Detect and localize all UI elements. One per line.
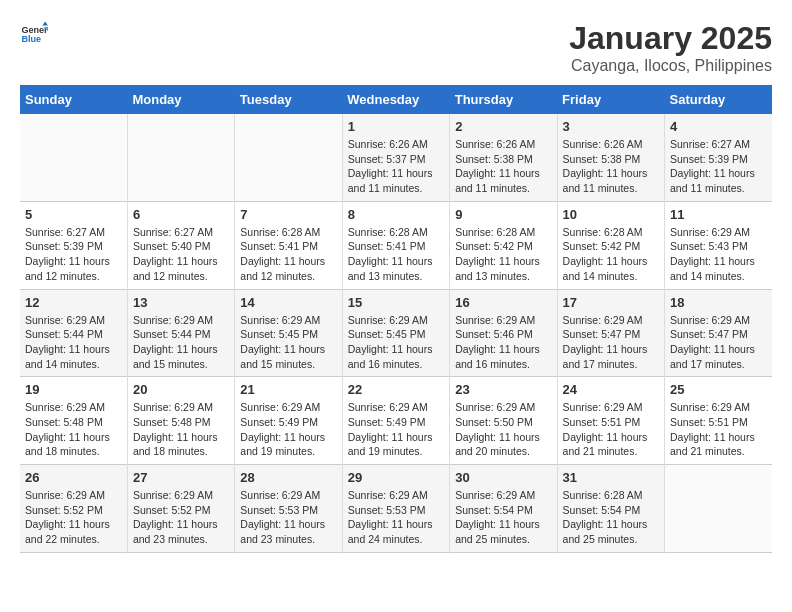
day-info: Sunrise: 6:29 AM Sunset: 5:49 PM Dayligh… xyxy=(348,400,444,459)
calendar-day-4: 4Sunrise: 6:27 AM Sunset: 5:39 PM Daylig… xyxy=(665,114,772,201)
day-number: 30 xyxy=(455,470,551,485)
day-number: 12 xyxy=(25,295,122,310)
calendar-week-row: 1Sunrise: 6:26 AM Sunset: 5:37 PM Daylig… xyxy=(20,114,772,201)
day-info: Sunrise: 6:29 AM Sunset: 5:44 PM Dayligh… xyxy=(25,313,122,372)
day-info: Sunrise: 6:28 AM Sunset: 5:42 PM Dayligh… xyxy=(563,225,659,284)
calendar-day-7: 7Sunrise: 6:28 AM Sunset: 5:41 PM Daylig… xyxy=(235,201,342,289)
day-info: Sunrise: 6:29 AM Sunset: 5:47 PM Dayligh… xyxy=(670,313,767,372)
day-number: 14 xyxy=(240,295,336,310)
location-title: Cayanga, Ilocos, Philippines xyxy=(569,57,772,75)
day-info: Sunrise: 6:29 AM Sunset: 5:44 PM Dayligh… xyxy=(133,313,229,372)
day-info: Sunrise: 6:27 AM Sunset: 5:39 PM Dayligh… xyxy=(670,137,767,196)
day-info: Sunrise: 6:27 AM Sunset: 5:39 PM Dayligh… xyxy=(25,225,122,284)
calendar-day-11: 11Sunrise: 6:29 AM Sunset: 5:43 PM Dayli… xyxy=(665,201,772,289)
empty-cell xyxy=(235,114,342,201)
day-info: Sunrise: 6:28 AM Sunset: 5:41 PM Dayligh… xyxy=(240,225,336,284)
calendar-day-2: 2Sunrise: 6:26 AM Sunset: 5:38 PM Daylig… xyxy=(450,114,557,201)
day-number: 4 xyxy=(670,119,767,134)
svg-text:General: General xyxy=(21,25,48,35)
day-number: 20 xyxy=(133,382,229,397)
weekday-header-wednesday: Wednesday xyxy=(342,85,449,114)
day-info: Sunrise: 6:29 AM Sunset: 5:49 PM Dayligh… xyxy=(240,400,336,459)
calendar-week-row: 19Sunrise: 6:29 AM Sunset: 5:48 PM Dayli… xyxy=(20,377,772,465)
day-number: 18 xyxy=(670,295,767,310)
empty-cell xyxy=(20,114,127,201)
day-info: Sunrise: 6:28 AM Sunset: 5:54 PM Dayligh… xyxy=(563,488,659,547)
day-number: 22 xyxy=(348,382,444,397)
calendar-day-28: 28Sunrise: 6:29 AM Sunset: 5:53 PM Dayli… xyxy=(235,465,342,553)
day-info: Sunrise: 6:29 AM Sunset: 5:52 PM Dayligh… xyxy=(25,488,122,547)
day-info: Sunrise: 6:29 AM Sunset: 5:54 PM Dayligh… xyxy=(455,488,551,547)
day-number: 27 xyxy=(133,470,229,485)
calendar-day-1: 1Sunrise: 6:26 AM Sunset: 5:37 PM Daylig… xyxy=(342,114,449,201)
day-info: Sunrise: 6:29 AM Sunset: 5:51 PM Dayligh… xyxy=(670,400,767,459)
empty-cell xyxy=(665,465,772,553)
calendar-day-22: 22Sunrise: 6:29 AM Sunset: 5:49 PM Dayli… xyxy=(342,377,449,465)
weekday-header-friday: Friday xyxy=(557,85,664,114)
day-number: 10 xyxy=(563,207,659,222)
day-number: 16 xyxy=(455,295,551,310)
day-number: 31 xyxy=(563,470,659,485)
weekday-header-monday: Monday xyxy=(127,85,234,114)
day-info: Sunrise: 6:29 AM Sunset: 5:48 PM Dayligh… xyxy=(133,400,229,459)
day-number: 17 xyxy=(563,295,659,310)
calendar-day-8: 8Sunrise: 6:28 AM Sunset: 5:41 PM Daylig… xyxy=(342,201,449,289)
day-info: Sunrise: 6:26 AM Sunset: 5:37 PM Dayligh… xyxy=(348,137,444,196)
day-info: Sunrise: 6:29 AM Sunset: 5:52 PM Dayligh… xyxy=(133,488,229,547)
day-number: 21 xyxy=(240,382,336,397)
day-number: 3 xyxy=(563,119,659,134)
empty-cell xyxy=(127,114,234,201)
day-number: 19 xyxy=(25,382,122,397)
logo: General Blue xyxy=(20,20,48,48)
day-number: 5 xyxy=(25,207,122,222)
calendar-day-25: 25Sunrise: 6:29 AM Sunset: 5:51 PM Dayli… xyxy=(665,377,772,465)
day-number: 15 xyxy=(348,295,444,310)
calendar-day-3: 3Sunrise: 6:26 AM Sunset: 5:38 PM Daylig… xyxy=(557,114,664,201)
calendar-table: SundayMondayTuesdayWednesdayThursdayFrid… xyxy=(20,85,772,553)
day-info: Sunrise: 6:27 AM Sunset: 5:40 PM Dayligh… xyxy=(133,225,229,284)
day-number: 11 xyxy=(670,207,767,222)
weekday-header-saturday: Saturday xyxy=(665,85,772,114)
day-info: Sunrise: 6:28 AM Sunset: 5:42 PM Dayligh… xyxy=(455,225,551,284)
calendar-day-20: 20Sunrise: 6:29 AM Sunset: 5:48 PM Dayli… xyxy=(127,377,234,465)
calendar-day-16: 16Sunrise: 6:29 AM Sunset: 5:46 PM Dayli… xyxy=(450,289,557,377)
day-number: 13 xyxy=(133,295,229,310)
calendar-week-row: 26Sunrise: 6:29 AM Sunset: 5:52 PM Dayli… xyxy=(20,465,772,553)
calendar-day-10: 10Sunrise: 6:28 AM Sunset: 5:42 PM Dayli… xyxy=(557,201,664,289)
title-area: January 2025 Cayanga, Ilocos, Philippine… xyxy=(569,20,772,75)
day-info: Sunrise: 6:29 AM Sunset: 5:46 PM Dayligh… xyxy=(455,313,551,372)
calendar-day-18: 18Sunrise: 6:29 AM Sunset: 5:47 PM Dayli… xyxy=(665,289,772,377)
svg-text:Blue: Blue xyxy=(21,34,41,44)
weekday-header-sunday: Sunday xyxy=(20,85,127,114)
day-info: Sunrise: 6:29 AM Sunset: 5:53 PM Dayligh… xyxy=(240,488,336,547)
calendar-day-17: 17Sunrise: 6:29 AM Sunset: 5:47 PM Dayli… xyxy=(557,289,664,377)
day-info: Sunrise: 6:29 AM Sunset: 5:51 PM Dayligh… xyxy=(563,400,659,459)
calendar-day-29: 29Sunrise: 6:29 AM Sunset: 5:53 PM Dayli… xyxy=(342,465,449,553)
calendar-day-6: 6Sunrise: 6:27 AM Sunset: 5:40 PM Daylig… xyxy=(127,201,234,289)
weekday-header-row: SundayMondayTuesdayWednesdayThursdayFrid… xyxy=(20,85,772,114)
calendar-day-26: 26Sunrise: 6:29 AM Sunset: 5:52 PM Dayli… xyxy=(20,465,127,553)
day-number: 2 xyxy=(455,119,551,134)
calendar-day-12: 12Sunrise: 6:29 AM Sunset: 5:44 PM Dayli… xyxy=(20,289,127,377)
calendar-day-14: 14Sunrise: 6:29 AM Sunset: 5:45 PM Dayli… xyxy=(235,289,342,377)
weekday-header-tuesday: Tuesday xyxy=(235,85,342,114)
day-number: 7 xyxy=(240,207,336,222)
calendar-day-15: 15Sunrise: 6:29 AM Sunset: 5:45 PM Dayli… xyxy=(342,289,449,377)
day-number: 25 xyxy=(670,382,767,397)
day-info: Sunrise: 6:29 AM Sunset: 5:47 PM Dayligh… xyxy=(563,313,659,372)
calendar-day-5: 5Sunrise: 6:27 AM Sunset: 5:39 PM Daylig… xyxy=(20,201,127,289)
logo-icon: General Blue xyxy=(20,20,48,48)
day-info: Sunrise: 6:29 AM Sunset: 5:53 PM Dayligh… xyxy=(348,488,444,547)
day-info: Sunrise: 6:29 AM Sunset: 5:43 PM Dayligh… xyxy=(670,225,767,284)
weekday-header-thursday: Thursday xyxy=(450,85,557,114)
day-number: 29 xyxy=(348,470,444,485)
day-number: 6 xyxy=(133,207,229,222)
day-info: Sunrise: 6:26 AM Sunset: 5:38 PM Dayligh… xyxy=(455,137,551,196)
month-title: January 2025 xyxy=(569,20,772,57)
calendar-day-27: 27Sunrise: 6:29 AM Sunset: 5:52 PM Dayli… xyxy=(127,465,234,553)
day-info: Sunrise: 6:29 AM Sunset: 5:45 PM Dayligh… xyxy=(240,313,336,372)
day-info: Sunrise: 6:29 AM Sunset: 5:45 PM Dayligh… xyxy=(348,313,444,372)
calendar-day-21: 21Sunrise: 6:29 AM Sunset: 5:49 PM Dayli… xyxy=(235,377,342,465)
calendar-day-31: 31Sunrise: 6:28 AM Sunset: 5:54 PM Dayli… xyxy=(557,465,664,553)
day-info: Sunrise: 6:29 AM Sunset: 5:48 PM Dayligh… xyxy=(25,400,122,459)
